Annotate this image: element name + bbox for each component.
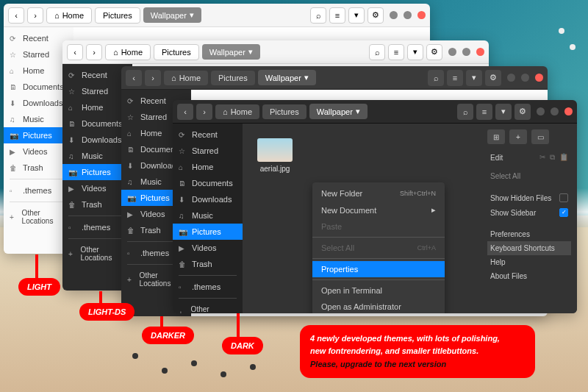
sidebar-item-trash[interactable]: 🗑Trash [173, 256, 243, 272]
cut-icon[interactable]: ✂ [539, 153, 545, 162]
minimize-button[interactable] [448, 48, 456, 56]
view-options-button[interactable]: ▾ [348, 7, 365, 24]
menu-button[interactable]: ⚙ [368, 7, 384, 24]
crumb-pictures[interactable]: Pictures [95, 7, 140, 24]
paste-icon[interactable]: 📋 [559, 153, 568, 162]
search-button[interactable]: ⌕ [310, 7, 326, 24]
rp-help[interactable]: Help [487, 255, 571, 269]
music-icon: ♫ [10, 115, 18, 124]
show-hidden-checkbox[interactable] [559, 193, 568, 202]
maximize-button[interactable] [404, 11, 412, 19]
recent-icon: ⟳ [127, 97, 136, 105]
forward-button[interactable]: › [145, 70, 161, 86]
close-button[interactable] [476, 48, 484, 56]
close-button[interactable] [535, 74, 543, 82]
ctx-new-document[interactable]: New Document▸ [312, 202, 445, 218]
crumb-pictures[interactable]: Pictures [262, 104, 306, 119]
home-icon: ⌂ [10, 67, 18, 75]
forward-button[interactable]: › [86, 44, 102, 60]
sidebar-item-themes[interactable]: ▫.themes [173, 279, 243, 295]
crumb-wallpaper[interactable]: Wallpaper ▾ [258, 70, 316, 85]
crumb-pictures[interactable]: Pictures [154, 44, 199, 60]
search-button[interactable]: ⌕ [369, 44, 385, 60]
star-icon: ☆ [68, 88, 77, 96]
rp-preferences[interactable]: Preferences [487, 227, 571, 241]
crumb-wallpaper[interactable]: Wallpaper ▾ [143, 7, 201, 23]
sidebar-item-pictures[interactable]: 📷Pictures [173, 224, 243, 240]
back-button[interactable]: ‹ [177, 104, 193, 120]
sidebar-item-home[interactable]: ⌂Home [173, 159, 243, 175]
menu-button[interactable]: ⚙ [514, 104, 531, 120]
ctx-open-admin[interactable]: Open as Administrator [312, 299, 445, 313]
crumb-pictures[interactable]: Pictures [211, 71, 255, 85]
view-options-button[interactable]: ▾ [495, 104, 512, 120]
search-button[interactable]: ⌕ [457, 104, 473, 120]
rp-keyboard[interactable]: Keyboard Shortcuts [487, 241, 571, 255]
sidebar-item-documents[interactable]: 🗎Documents [173, 175, 243, 191]
file-item[interactable]: aerial.jpg [257, 138, 293, 173]
sidebar-item-videos[interactable]: ▶Videos [173, 240, 243, 256]
badge-darker: DARKER [142, 327, 194, 344]
crumb-home[interactable]: ⌂Home [164, 71, 208, 85]
documents-icon: 🗎 [68, 120, 77, 128]
show-sidebar-checkbox[interactable] [559, 208, 568, 217]
sidebar-item-starred[interactable]: ☆Starred [173, 143, 243, 159]
crumb-home[interactable]: ⌂Home [215, 104, 259, 119]
back-button[interactable]: ‹ [67, 44, 83, 60]
new-folder-button[interactable]: + [509, 129, 527, 144]
back-button[interactable]: ‹ [126, 70, 142, 86]
maximize-button[interactable] [551, 107, 559, 115]
close-button[interactable] [417, 11, 426, 19]
crumb-wallpaper[interactable]: Wallpaper ▾ [202, 44, 260, 60]
forward-button[interactable]: › [196, 104, 212, 120]
forward-button[interactable]: › [27, 7, 43, 24]
plus-icon: + [179, 310, 187, 314]
rp-about[interactable]: About Files [487, 269, 571, 283]
list-view-button[interactable]: ≡ [476, 104, 492, 120]
sidebar-item-recent[interactable]: ⟳Recent [173, 126, 243, 143]
bookmark-button[interactable]: ▭ [531, 129, 549, 144]
beach-dot [220, 371, 226, 377]
pictures-icon: 📷 [68, 168, 77, 177]
toolbar: ‹ › ⌂Home Pictures Wallpaper ▾ ⌕ ≡ ▾ ⚙ [121, 66, 548, 90]
ctx-select-all[interactable]: Select AllCtrl+A [312, 240, 445, 256]
main-area[interactable]: aerial.jpg New FolderShift+Ctrl+N New Do… [243, 124, 577, 313]
view-options-button[interactable]: ▾ [407, 44, 423, 60]
chevron-down-icon: ▾ [304, 73, 309, 82]
back-button[interactable]: ‹ [8, 7, 24, 24]
edit-label: Edit [490, 154, 503, 162]
view-options-button[interactable]: ▾ [466, 70, 482, 86]
music-icon: ♫ [179, 212, 187, 220]
new-tab-button[interactable]: ⊞ [487, 129, 505, 144]
menu-button[interactable]: ⚙ [426, 44, 442, 60]
trash-icon: 🗑 [127, 227, 136, 235]
list-view-button[interactable]: ≡ [329, 7, 345, 24]
ctx-properties[interactable]: Properties [312, 261, 445, 277]
show-hidden-label: Show Hidden Files [490, 194, 551, 202]
plus-icon: + [127, 276, 135, 284]
sidebar-item-downloads[interactable]: ⬇Downloads [173, 191, 243, 207]
ctx-new-folder[interactable]: New FolderShift+Ctrl+N [312, 185, 445, 202]
videos-icon: ▶ [10, 148, 18, 156]
maximize-button[interactable] [462, 48, 470, 56]
minimize-button[interactable] [390, 11, 398, 19]
ctx-open-terminal[interactable]: Open in Terminal [312, 282, 445, 299]
list-view-button[interactable]: ≡ [388, 44, 404, 60]
chevron-down-icon: ▾ [356, 107, 360, 116]
crumb-home[interactable]: ⌂Home [105, 44, 151, 60]
list-view-button[interactable]: ≡ [447, 70, 463, 86]
crumb-home[interactable]: ⌂Home [46, 7, 92, 24]
sidebar-item-other[interactable]: +Other Locations [173, 302, 243, 313]
maximize-button[interactable] [521, 74, 529, 82]
copy-icon[interactable]: ⧉ [550, 153, 555, 162]
search-button[interactable]: ⌕ [428, 70, 444, 86]
crumb-wallpaper[interactable]: Wallpaper ▾ [309, 104, 368, 119]
rp-select-all[interactable]: Select All [487, 169, 571, 183]
sidebar-item-music[interactable]: ♫Music [173, 207, 243, 224]
close-button[interactable] [564, 107, 573, 115]
minimize-button[interactable] [537, 107, 545, 115]
toolbar: ‹ › ⌂Home Pictures Wallpaper ▾ ⌕ ≡ ▾ ⚙ [173, 100, 577, 124]
menu-button[interactable]: ⚙ [485, 70, 501, 86]
trash-icon: 🗑 [10, 164, 18, 172]
minimize-button[interactable] [507, 74, 515, 82]
